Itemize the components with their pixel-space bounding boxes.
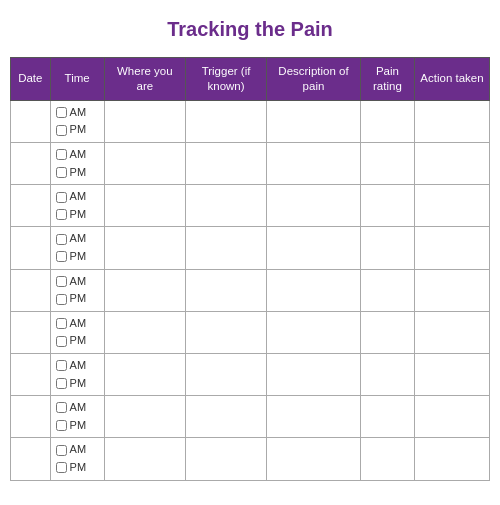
header-date: Date: [11, 58, 51, 101]
pain-rating-cell: [360, 396, 414, 438]
where-cell: [104, 185, 185, 227]
am-label: AM: [70, 357, 87, 375]
table-row: AMPM: [11, 269, 490, 311]
trigger-cell: [185, 311, 266, 353]
time-cell[interactable]: AMPM: [50, 143, 104, 185]
pm-checkbox[interactable]: [56, 336, 67, 347]
header-description: Description of pain: [267, 58, 361, 101]
where-cell: [104, 143, 185, 185]
date-cell: [11, 354, 51, 396]
am-label: AM: [70, 188, 87, 206]
header-where: Where you are: [104, 58, 185, 101]
description-cell: [267, 438, 361, 480]
pain-rating-cell: [360, 269, 414, 311]
date-cell: [11, 396, 51, 438]
am-checkbox[interactable]: [56, 276, 67, 287]
trigger-cell: [185, 438, 266, 480]
pm-checkbox[interactable]: [56, 167, 67, 178]
pm-checkbox[interactable]: [56, 209, 67, 220]
action-cell: [414, 227, 489, 269]
date-cell: [11, 185, 51, 227]
action-cell: [414, 269, 489, 311]
action-cell: [414, 143, 489, 185]
description-cell: [267, 396, 361, 438]
pain-rating-cell: [360, 438, 414, 480]
pm-label: PM: [70, 375, 87, 393]
am-checkbox[interactable]: [56, 445, 67, 456]
pm-checkbox[interactable]: [56, 462, 67, 473]
pm-checkbox[interactable]: [56, 420, 67, 431]
pain-rating-cell: [360, 354, 414, 396]
pm-label: PM: [70, 459, 87, 477]
table-row: AMPM: [11, 143, 490, 185]
pain-tracking-table: Date Time Where you are Trigger (if know…: [10, 57, 490, 481]
page-title: Tracking the Pain: [167, 18, 333, 41]
date-cell: [11, 227, 51, 269]
where-cell: [104, 354, 185, 396]
where-cell: [104, 438, 185, 480]
am-checkbox[interactable]: [56, 402, 67, 413]
where-cell: [104, 227, 185, 269]
action-cell: [414, 438, 489, 480]
am-label: AM: [70, 315, 87, 333]
time-cell[interactable]: AMPM: [50, 100, 104, 142]
pain-rating-cell: [360, 227, 414, 269]
action-cell: [414, 396, 489, 438]
table-row: AMPM: [11, 227, 490, 269]
pm-checkbox[interactable]: [56, 125, 67, 136]
am-checkbox[interactable]: [56, 107, 67, 118]
trigger-cell: [185, 396, 266, 438]
description-cell: [267, 354, 361, 396]
am-label: AM: [70, 273, 87, 291]
time-cell[interactable]: AMPM: [50, 438, 104, 480]
table-row: AMPM: [11, 311, 490, 353]
action-cell: [414, 100, 489, 142]
pain-rating-cell: [360, 143, 414, 185]
trigger-cell: [185, 354, 266, 396]
trigger-cell: [185, 100, 266, 142]
pm-label: PM: [70, 417, 87, 435]
am-label: AM: [70, 104, 87, 122]
time-cell[interactable]: AMPM: [50, 396, 104, 438]
am-checkbox[interactable]: [56, 149, 67, 160]
table-row: AMPM: [11, 438, 490, 480]
time-cell[interactable]: AMPM: [50, 354, 104, 396]
pain-rating-cell: [360, 185, 414, 227]
where-cell: [104, 269, 185, 311]
pain-rating-cell: [360, 100, 414, 142]
description-cell: [267, 311, 361, 353]
date-cell: [11, 100, 51, 142]
action-cell: [414, 354, 489, 396]
time-cell[interactable]: AMPM: [50, 311, 104, 353]
time-cell[interactable]: AMPM: [50, 185, 104, 227]
am-checkbox[interactable]: [56, 360, 67, 371]
time-cell[interactable]: AMPM: [50, 227, 104, 269]
date-cell: [11, 438, 51, 480]
description-cell: [267, 269, 361, 311]
am-label: AM: [70, 230, 87, 248]
description-cell: [267, 227, 361, 269]
am-checkbox[interactable]: [56, 192, 67, 203]
pm-label: PM: [70, 290, 87, 308]
where-cell: [104, 100, 185, 142]
pm-label: PM: [70, 206, 87, 224]
pm-label: PM: [70, 248, 87, 266]
am-checkbox[interactable]: [56, 234, 67, 245]
time-cell[interactable]: AMPM: [50, 269, 104, 311]
trigger-cell: [185, 269, 266, 311]
pm-checkbox[interactable]: [56, 294, 67, 305]
am-checkbox[interactable]: [56, 318, 67, 329]
trigger-cell: [185, 143, 266, 185]
table-row: AMPM: [11, 185, 490, 227]
description-cell: [267, 143, 361, 185]
am-label: AM: [70, 146, 87, 164]
date-cell: [11, 143, 51, 185]
date-cell: [11, 269, 51, 311]
action-cell: [414, 185, 489, 227]
table-row: AMPM: [11, 354, 490, 396]
action-cell: [414, 311, 489, 353]
pm-checkbox[interactable]: [56, 378, 67, 389]
pm-checkbox[interactable]: [56, 251, 67, 262]
table-row: AMPM: [11, 100, 490, 142]
header-time: Time: [50, 58, 104, 101]
